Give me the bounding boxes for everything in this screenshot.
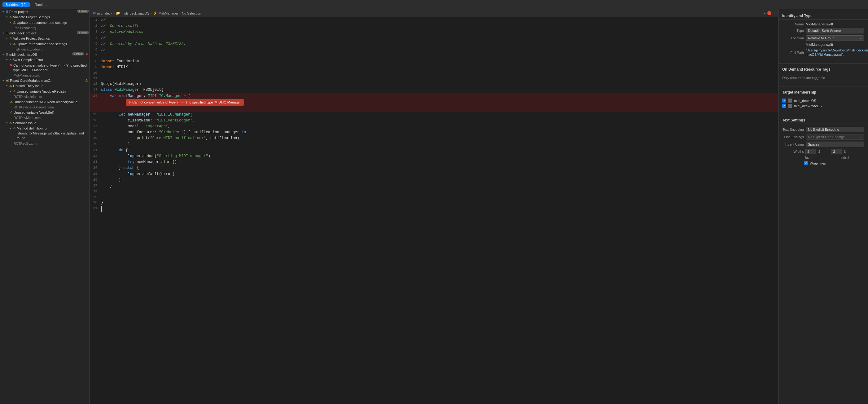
code-line-27: 27 } [90,183,778,189]
midi-validate-row[interactable]: ▾ ⚠ Validate Project Settings [0,36,90,41]
convert-error-row[interactable]: ✖ Cannot convert value of type '() -> ()… [0,63,90,73]
pods-filename-row[interactable]: Pods.xcodeproj [0,25,90,31]
chevron-down-icon: ⌄ [860,36,862,40]
forward-button[interactable]: › [773,11,775,15]
code-line-18: 18 manufacturer: "Orchetect") { notifica… [90,129,778,135]
runtime-tab[interactable]: Runtime [32,2,51,7]
stepper-icon[interactable]: ⇕ [817,149,821,154]
chevron-down-icon: ▾ [10,21,12,24]
location-dropdown[interactable]: Relative to Group ⌄ [806,35,864,41]
breadcrumb-part4: No Selection [182,11,201,15]
code-line-2: 2 // Counter.swift [90,23,778,29]
indent-using-row: Indent Using Spaces ⌄ [778,141,868,148]
chevron-down-icon: ▾ [2,10,5,13]
breadcrumb: ⊞ midi_deck › 📁 midi_deck-macOS › ⚡ Midi… [90,9,778,17]
code-line-8: 8 import Foundation [90,59,778,64]
unused-var-weakself-row[interactable]: ⚠ Unused variable 'weakSelf' [0,110,90,115]
warn-icon: ⚠ [9,15,12,19]
chevron-down-icon: ▾ [6,15,9,19]
chevron-down-icon: ⌄ [860,128,862,131]
code-line-16: 16 clientName: "MIDIEventLogger", [90,118,778,124]
code-line-10: 10 [90,70,778,76]
unused-var-registry-row[interactable]: ▾ ⚠ Unused variable 'moduleRegistry' [0,89,90,94]
buildtime-tab[interactable]: Buildtime (12) [2,2,30,7]
code-editor: ⊞ midi_deck › 📁 midi_deck-macOS › ⚡ Midi… [90,9,778,404]
midi-deck-project-row[interactable]: ▾ ⊞ midi_deck project 1 issue [0,31,90,36]
code-line-23: 23 try newManager.start() [90,159,778,165]
folder-icon: 📁 [116,11,120,15]
error-badge-icon: ✖ [86,53,88,56]
code-line-17: 17 model: "LoggerApp", [90,124,778,129]
wrap-lines-checkbox[interactable] [804,161,808,165]
text-encoding-dropdown[interactable]: No Explicit Encoding ⌄ [806,127,864,132]
location-file-row: MidiManager.swift › [778,42,868,48]
code-line-14: 14 var midiManager: MIDI.IO.Manager = { … [90,93,778,112]
chevron-down-icon: ▾ [6,58,9,61]
error-tooltip: ⊗ Cannot convert value of type '() -> ()… [126,99,244,106]
tab-width-input[interactable] [805,149,816,154]
breadcrumb-part2: midi_deck-macOS [121,11,149,15]
rct-redbox-row[interactable]: RCTRedBox.mm [0,141,90,146]
line-endings-row: Line Endings No Explicit Line Endings ⌄ [778,133,868,141]
on-demand-section-title: On Demand Resource Tags [778,65,868,73]
line-endings-dropdown[interactable]: No Explicit Line Endings ⌄ [806,134,864,140]
text-settings-section-title: Text Settings [778,116,868,124]
warn-icon: ⚠ [13,126,16,130]
code-line-9: 9 import MIDIKit [90,64,778,70]
react-core-row[interactable]: ▾ 🏛 React-CoreModules-macO... ⚠ [0,78,90,83]
semantic-issue-row[interactable]: ▾ ⚠ Semantic Issue [0,121,90,126]
code-line-22: 22 logger.debug("Starting MIDI manager") [90,153,778,159]
indent-using-dropdown[interactable]: Spaces ⌄ [806,142,864,147]
chevron-down-icon: ▾ [10,90,12,93]
unused-func-row[interactable]: ⚠ Unused function 'RCTRectDictionaryValu… [0,99,90,105]
pods-validate-row[interactable]: ▾ ⚠ Validate Project Settings [0,14,90,20]
unused-entity-row[interactable]: ▾ ⚠ Unused Entity Issue [0,83,90,89]
stepper-icon[interactable]: ⇕ [843,149,847,154]
on-demand-placeholder-row: Only resources are taggable [778,75,868,81]
type-row: Type Default - Swift Source ⌄ [778,27,868,34]
warn-icon: ⚠ [10,111,13,114]
code-area[interactable]: 1 // 2 // Counter.swift 3 // nativeModul… [90,17,778,404]
checkbox-macos[interactable] [782,104,786,108]
midimanager-filename-row[interactable]: MidiManager.swift [0,73,90,78]
target-membership-section-title: Target Membership [778,88,868,96]
type-dropdown[interactable]: Default - Swift Source ⌄ [806,28,864,33]
close-button[interactable] [767,11,771,15]
swift-compiler-error-row[interactable]: ▾ ✖ Swift Compiler Error [0,57,90,63]
target2-row[interactable]: midi_deck-macOS [778,103,868,108]
error-icon: ⊗ [128,100,131,105]
pods-update-row[interactable]: ▾ ⚠ Update to recommended settings [0,20,90,25]
code-line-13: 13 class MidiManager: NSObject{ [90,87,778,93]
project-icon: ⊞ [6,10,8,13]
rct-device-info-row[interactable]: RCTDeviceInfo.mm [0,94,90,99]
target1-row[interactable]: midi_deck-iOS [778,98,868,103]
chevron-down-icon: ⌄ [860,135,862,138]
midi-update-row[interactable]: ▾ ⚠ Update to recommended settings [0,41,90,47]
chevron-down-icon: ▾ [2,32,5,35]
code-line-7: 7 [90,53,778,59]
toolbar: Buildtime (12) Runtime [0,0,868,9]
back-button[interactable]: ‹ [763,11,766,15]
code-line-29: 29 [90,194,778,200]
pods-project-row[interactable]: ▾ ⊞ Pods project 1 issue [0,9,90,14]
breadcrumb-icon: ⊞ [93,11,96,15]
midi-macos-row[interactable]: ▾ ⊞ midi_deck-macOS 1 issue ✖ [0,52,90,57]
chevron-down-icon: ▾ [2,53,5,56]
chevron-down-icon: ▾ [6,121,9,125]
checkbox-ios[interactable] [782,98,786,102]
right-panel: Identity and Type Name MidiManager.swift… [778,9,868,404]
rct-keyboard-row[interactable]: RCTKeyboardObserver.mm [0,105,90,110]
chevron-down-icon: ⌄ [860,29,862,32]
code-line-30: 30 } [90,200,778,206]
indent-width-input[interactable] [831,149,842,154]
code-line-6: 6 // [90,47,778,53]
method-def-row[interactable]: ▾ ⚠ Method definition for 'showErrorMess… [0,126,90,141]
project-icon: ⊞ [6,31,8,35]
left-panel: ▾ ⊞ Pods project 1 issue ▾ ⚠ Validate Pr… [0,9,90,404]
midi-project-filename-row[interactable]: midi_deck.xcodeproj [0,47,90,52]
rct-dev-menu-row[interactable]: RCTDevMenu.mm [0,115,90,121]
wrap-lines-row[interactable]: Wrap lines [778,160,868,166]
code-line-3: 3 // nativeModuleIos [90,29,778,35]
nav-arrows: ‹ › [763,11,775,15]
file-icon-ios [788,98,792,102]
